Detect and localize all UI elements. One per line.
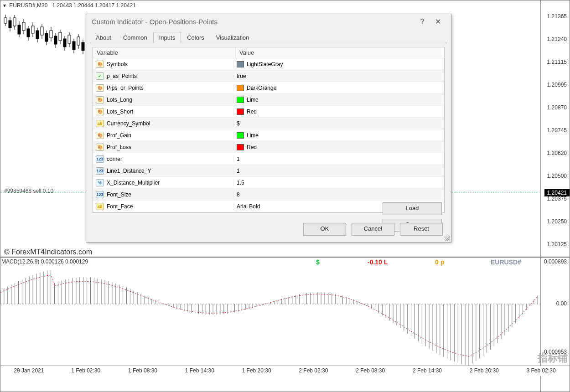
time-tick: 2 Feb 08:30: [342, 366, 399, 376]
input-row[interactable]: 123Line1_Distance_Y1: [93, 165, 444, 177]
variable-name: Lots_Short: [107, 108, 133, 115]
input-row[interactable]: 123Font_Size8: [93, 189, 444, 201]
macd-tick: 0.000893: [544, 258, 567, 265]
svg-rect-27: [63, 39, 66, 47]
svg-rect-25: [59, 32, 62, 41]
color-swatch: [237, 97, 244, 103]
help-icon[interactable]: ?: [415, 14, 430, 30]
str-icon: ab: [96, 203, 104, 210]
price-tick: 1.20250: [547, 218, 567, 225]
svg-rect-19: [45, 33, 48, 41]
cancel-button[interactable]: Cancel: [352, 223, 394, 236]
svg-rect-35: [82, 42, 84, 51]
col-variable: Variable: [93, 47, 236, 58]
value-text: Arial Bold: [237, 203, 260, 210]
variable-name: X_Distance_Multiplier: [107, 180, 160, 186]
input-row[interactable]: 🎨Prof_GainLime: [93, 129, 444, 141]
input-row[interactable]: 🎨Prof_LossRed: [93, 141, 444, 153]
tab-colors[interactable]: Colors: [181, 32, 210, 43]
value-text: true: [237, 73, 246, 79]
variable-name: Font_Size: [107, 191, 131, 198]
order-label: #99859468 sell 0.10: [4, 188, 53, 194]
svg-rect-21: [50, 31, 52, 38]
svg-rect-9: [22, 22, 25, 31]
macd-label: MACD(12,26,9) 0.000126 0.000129: [1, 258, 88, 265]
ohlc-label: 1.20443 1.20444 1.20417 1.20421: [52, 2, 136, 9]
inputs-panel: Variable Value 🎨SymbolsLightSlateGray✓p_…: [93, 47, 445, 213]
input-row[interactable]: abCurrency_Symbol$: [93, 118, 444, 129]
macd-panel[interactable]: MACD(12,26,9) 0.000126 0.000129 $ -0.10 …: [0, 257, 570, 376]
value-text: 1: [237, 168, 240, 174]
color-icon: 🎨: [96, 96, 104, 103]
color-swatch: [237, 85, 244, 91]
svg-rect-23: [54, 36, 57, 44]
price-tick: 1.20500: [547, 173, 567, 179]
price-tick: 1.20620: [547, 150, 567, 156]
time-tick: 1 Feb 02:30: [57, 366, 114, 376]
indicator-symbol: EURUSD#: [491, 258, 521, 266]
value-text: DarkOrange: [247, 85, 276, 91]
color-icon: 🎨: [96, 144, 104, 151]
tab-common[interactable]: Common: [117, 32, 153, 43]
time-tick: 3 Feb 02:30: [513, 366, 570, 376]
resize-grip-icon[interactable]: [445, 236, 450, 241]
dialog-tabs: AboutCommonInputsColorsVisualization: [90, 31, 447, 43]
svg-rect-7: [18, 25, 21, 34]
variable-name: Lots_Long: [107, 97, 132, 103]
value-text: Lime: [247, 97, 259, 103]
input-row[interactable]: ½X_Distance_Multiplier1.5: [93, 177, 444, 189]
tab-inputs[interactable]: Inputs: [153, 32, 181, 43]
ok-button[interactable]: OK: [303, 223, 346, 236]
load-button[interactable]: Load: [383, 202, 442, 215]
int-icon: 123: [96, 191, 104, 198]
price-tick: 1.20375: [547, 196, 567, 202]
indicator-dialog[interactable]: Custom Indicator - Open-Positions-Points…: [86, 14, 451, 242]
input-row[interactable]: 🎨SymbolsLightSlateGray: [93, 58, 444, 70]
tab-visualization[interactable]: Visualization: [210, 32, 255, 43]
color-icon: 🎨: [96, 132, 104, 139]
candlestick-preview: [3, 12, 88, 62]
close-icon[interactable]: ✕: [430, 14, 446, 30]
input-row[interactable]: 🎨Lots_ShortRed: [93, 106, 444, 118]
color-icon: 🎨: [96, 84, 104, 92]
dialog-title: Custom Indicator - Open-Positions-Points: [92, 14, 415, 30]
variable-name: corner: [107, 156, 122, 162]
macd-plot: [0, 268, 541, 366]
dropdown-icon[interactable]: ▾: [3, 2, 6, 9]
macd-axis: 0.000893 0.00 -0.000953: [540, 258, 570, 366]
price-tick: 1.20995: [547, 82, 567, 88]
variable-name: Font_Face: [107, 203, 133, 210]
price-tick: 1.20125: [547, 241, 567, 248]
svg-rect-17: [41, 27, 43, 35]
input-row[interactable]: 🎨Pips_or_PointsDarkOrange: [93, 82, 444, 94]
tab-about[interactable]: About: [90, 32, 117, 43]
value-text: 1.5: [237, 180, 244, 186]
variable-name: Prof_Loss: [107, 144, 131, 150]
input-row[interactable]: 🎨Lots_LongLime: [93, 94, 444, 106]
int-icon: 123: [96, 155, 104, 163]
price-tick: 1.21115: [547, 59, 567, 65]
input-row[interactable]: ✓p_as_Pointstrue: [93, 70, 444, 82]
value-text: 8: [237, 191, 240, 198]
svg-rect-11: [27, 29, 30, 37]
indicator-points: 0 p: [435, 258, 444, 266]
svg-rect-29: [68, 35, 71, 43]
time-tick: 2 Feb 20:30: [456, 366, 513, 376]
value-text: Lime: [247, 132, 259, 139]
color-swatch: [237, 132, 244, 139]
input-row[interactable]: 123corner1: [93, 153, 444, 165]
macd-tick: 0.00: [556, 300, 567, 307]
svg-rect-1: [4, 18, 7, 23]
bool-icon: ✓: [96, 72, 104, 80]
str-icon: ab: [96, 120, 104, 127]
color-swatch: [237, 108, 244, 115]
color-icon: 🎨: [96, 108, 104, 115]
variable-name: Line1_Distance_Y: [107, 168, 151, 174]
time-tick: 1 Feb 14:30: [171, 366, 228, 376]
price-tick: 1.21240: [547, 36, 567, 42]
value-text: Red: [247, 108, 257, 115]
reset-button[interactable]: Reset: [400, 223, 443, 236]
variable-name: p_as_Points: [107, 73, 137, 79]
dialog-titlebar[interactable]: Custom Indicator - Open-Positions-Points…: [86, 14, 451, 30]
price-tick: 1.20870: [547, 104, 567, 111]
